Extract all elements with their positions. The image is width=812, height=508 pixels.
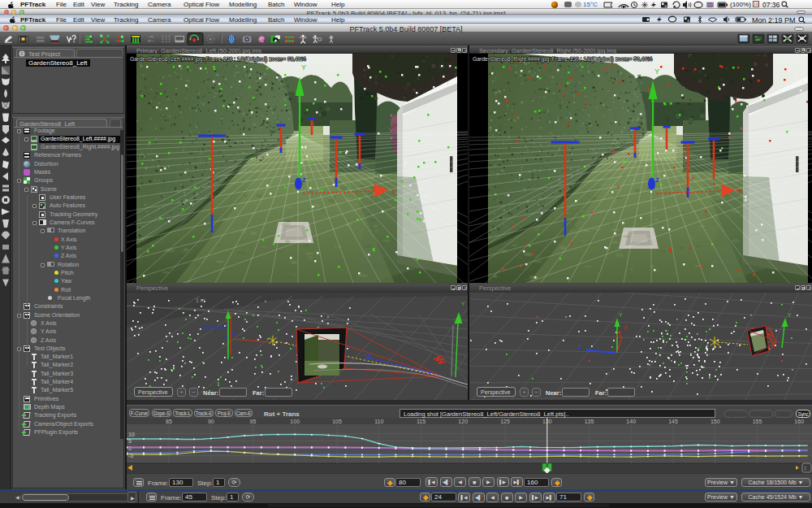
svg-text:↕: ↕	[804, 465, 807, 471]
svg-text:105: 105	[332, 419, 342, 424]
svg-text:1 m: 1 m	[196, 297, 205, 303]
svg-text:10: 10	[128, 432, 135, 437]
svg-text:Z: Z	[578, 344, 582, 350]
svg-text:110: 110	[374, 419, 383, 424]
svg-text:150: 150	[710, 419, 720, 424]
svg-text:135: 135	[585, 419, 594, 424]
svg-text:95: 95	[250, 419, 257, 424]
svg-text:GardenStereo8_Left.####.jpg: F: GardenStereo8_Left.####.jpg: Frame 130 :…	[130, 56, 306, 63]
svg-text:100: 100	[290, 419, 300, 424]
svg-text:145: 145	[668, 419, 678, 424]
svg-text:115: 115	[417, 419, 425, 424]
svg-text:X: X	[624, 325, 628, 331]
svg-text:Y: Y	[301, 63, 306, 72]
svg-text:Y: Y	[619, 312, 623, 318]
svg-text:140: 140	[626, 419, 636, 424]
svg-text:90: 90	[208, 419, 214, 424]
svg-text:155: 155	[753, 419, 762, 424]
svg-text:160: 160	[794, 419, 804, 424]
svg-text:Y: Y	[788, 312, 792, 318]
svg-text:120: 120	[458, 419, 468, 424]
svg-text:Y: Y	[654, 67, 659, 76]
svg-text:GardenStereo8_Right.####.jpg:: GardenStereo8_Right.####.jpg: Frame 130 …	[473, 56, 652, 63]
svg-text:Y: Y	[461, 301, 465, 306]
svg-text:X: X	[391, 188, 396, 195]
svg-text:Z: Z	[655, 176, 659, 184]
svg-text:Z: Z	[302, 176, 306, 184]
svg-text:125: 125	[500, 419, 510, 424]
svg-text:-5: -5	[128, 453, 133, 458]
svg-text:X: X	[738, 188, 743, 195]
svg-text:0: 0	[128, 445, 132, 451]
svg-text:85: 85	[166, 419, 172, 424]
